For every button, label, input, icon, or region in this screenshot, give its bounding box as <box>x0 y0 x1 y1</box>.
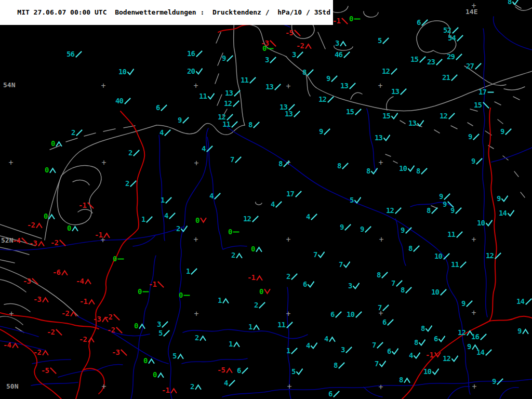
pressure-tendency-value: 16 <box>187 49 195 58</box>
tendency-rising-icon <box>338 362 345 369</box>
station-report: 7 <box>378 303 389 312</box>
pressure-tendency-value: 9 <box>467 342 471 351</box>
station-report: 1 <box>141 215 153 223</box>
pressure-tendency-value: 5 <box>291 367 295 376</box>
pressure-tendency-value: -4 <box>12 236 20 245</box>
pressure-tendency-value: -3 <box>29 239 37 247</box>
pressure-tendency-value: 7 <box>230 155 234 164</box>
tendency-peak-icon <box>329 336 336 342</box>
station-report: -2 <box>296 42 312 50</box>
station-report: -2 <box>61 309 77 317</box>
pressure-tendency-value: 16 <box>471 332 479 341</box>
tendency-rising-icon <box>405 287 412 294</box>
pressure-tendency-value: 11 <box>199 92 207 100</box>
station-report: 1 <box>218 296 229 304</box>
pressure-tendency-value: 12 <box>382 67 390 75</box>
tendency-falling-icon <box>113 314 120 321</box>
tendency-rising-icon <box>294 111 300 117</box>
pressure-tendency-value: 1 <box>141 215 145 223</box>
pressure-tendency-value: 8 <box>337 162 341 170</box>
pressure-tendency-value: 11 <box>451 260 459 269</box>
station-report: 8 <box>248 121 260 129</box>
pressure-tendency-value: 9 <box>222 54 225 62</box>
station-report: 16 <box>471 332 487 341</box>
tendency-rising-icon <box>349 83 356 89</box>
tendency-rising-icon <box>233 100 240 107</box>
tendency-rising-icon <box>365 226 371 233</box>
tendency-check-icon <box>318 251 325 258</box>
station-report: 8 <box>302 68 314 76</box>
station-report: 3 <box>292 50 303 59</box>
pressure-tendency-value: -1 <box>78 201 86 209</box>
pressure-tendency-value: -1 <box>79 297 87 305</box>
station-report: -4 <box>76 277 91 285</box>
tendency-falling-icon <box>157 281 164 288</box>
grid-label: 14E <box>466 8 477 16</box>
tendency-rising-icon <box>497 378 503 385</box>
station-report: 9 <box>319 127 330 136</box>
tendency-check-icon <box>392 348 398 355</box>
tendency-check-icon <box>127 69 134 75</box>
station-report: 20 <box>187 67 203 75</box>
station-report: 13 <box>391 87 407 96</box>
tendency-check-icon <box>181 225 188 232</box>
pressure-tendency-value: 3 <box>292 50 296 59</box>
tendency-rising-icon <box>525 298 532 305</box>
pressure-tendency-value: 0 <box>153 370 156 379</box>
tendency-peak-icon <box>256 246 262 252</box>
station-report: -1 <box>95 231 110 239</box>
pressure-tendency-value: 2 <box>231 251 235 259</box>
station-report: 9 <box>468 132 480 141</box>
station-report: 54 <box>448 34 463 42</box>
pressure-tendency-value: 8 <box>377 271 380 279</box>
station-report: 4 <box>409 351 420 360</box>
tendency-rising-icon <box>377 342 383 349</box>
tendency-check-icon <box>208 93 215 100</box>
pressure-tendency-value: 1 <box>218 296 221 304</box>
tendency-check-icon <box>371 168 378 175</box>
tendency-peak-icon <box>72 225 78 232</box>
tendency-rising-icon <box>291 273 298 280</box>
station-report: -1 <box>78 201 94 209</box>
station-report: 12 <box>243 215 259 223</box>
station-report: 2 <box>195 334 206 342</box>
tendency-rising-icon <box>229 380 235 387</box>
tendency-check-icon <box>486 220 493 227</box>
tendency-steady-icon <box>487 89 494 96</box>
tendency-rising-icon <box>451 74 458 81</box>
pressure-tendency-value: 9 <box>500 127 504 136</box>
station-report: -1 <box>332 17 348 25</box>
station-report: 10 <box>399 164 415 172</box>
tendency-rising-icon <box>342 163 349 169</box>
station-report: 0 <box>138 287 149 296</box>
tendency-rising-icon <box>395 207 402 214</box>
pressure-tendency-value: 4 <box>306 341 310 350</box>
station-report: 0 <box>45 166 56 174</box>
tendency-rising-icon <box>182 117 189 124</box>
station-report: 0 <box>251 245 262 253</box>
station-report: -4 <box>12 236 28 245</box>
tendency-check-icon <box>425 325 432 332</box>
tendency-peak-icon <box>88 336 95 343</box>
tendency-peak-icon <box>42 296 49 303</box>
station-report: 8 <box>416 167 428 175</box>
pressure-tendency-value: 9 <box>178 116 181 124</box>
station-report: -2 <box>33 348 49 356</box>
station-report: 8 <box>337 162 349 170</box>
pressure-tendency-value: 4 <box>209 192 213 200</box>
tendency-rising-icon <box>355 311 362 318</box>
tendency-rising-icon <box>456 54 462 60</box>
pressure-tendency-value: 40 <box>115 97 123 105</box>
tendency-rising-icon <box>440 289 447 296</box>
tendency-peak-icon <box>56 140 62 147</box>
tendency-rising-icon <box>331 75 338 82</box>
station-report: 12 <box>386 206 402 215</box>
station-report: 12 <box>318 95 334 103</box>
pressure-tendency-value: 15 <box>410 55 418 63</box>
tendency-rising-icon <box>130 180 137 187</box>
pressure-tendency-value: 9 <box>517 327 521 335</box>
pressure-tendency-value: 8 <box>248 121 252 129</box>
tendency-rising-icon <box>381 272 388 278</box>
tendency-rising-icon <box>169 212 176 219</box>
station-report: 6 <box>156 103 167 112</box>
